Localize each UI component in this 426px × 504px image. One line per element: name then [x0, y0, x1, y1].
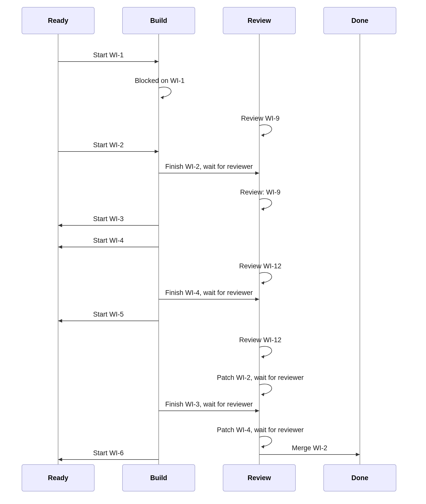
message-label: Review WI-9 [241, 115, 279, 122]
svg-marker-4 [261, 355, 264, 359]
svg-marker-0 [161, 96, 164, 99]
message-label: Start WI-6 [93, 449, 124, 457]
message-label: Blocked on WI-1 [135, 77, 185, 85]
arrowhead-left-icon [58, 224, 62, 227]
svg-marker-5 [261, 393, 264, 396]
arrowhead-right-icon [255, 409, 259, 413]
message-label: Start WI-1 [93, 51, 124, 59]
lifeline-done [360, 34, 360, 464]
participant-done: Done [323, 7, 396, 34]
message-line [58, 321, 159, 321]
arrowhead-right-icon [255, 171, 259, 175]
arrowhead-right-icon [155, 150, 159, 153]
message-line [58, 151, 159, 152]
self-loop-icon [258, 345, 277, 360]
arrowhead-left-icon [58, 245, 62, 249]
message-label: Merge WI-2 [292, 444, 327, 452]
message-label: Patch WI-4, wait for reviewer [217, 426, 304, 434]
arrowhead-right-icon [255, 297, 259, 301]
arrowhead-left-icon [58, 458, 62, 461]
participant-review: Review [223, 7, 296, 34]
self-loop-icon [258, 123, 277, 138]
participant-review: Review [223, 464, 296, 491]
participant-ready: Ready [22, 464, 95, 491]
message-label: Start WI-4 [93, 237, 124, 244]
self-loop-icon [258, 382, 277, 397]
message-label: Start WI-2 [93, 141, 124, 149]
message-line [58, 247, 159, 247]
svg-marker-3 [261, 281, 264, 285]
message-line [259, 454, 360, 455]
message-line [159, 411, 259, 411]
message-label: Finish WI-3, wait for reviewer [165, 400, 253, 408]
svg-marker-1 [261, 133, 264, 137]
self-loop-icon [157, 85, 177, 100]
message-line [58, 225, 159, 226]
lifeline-ready [58, 34, 58, 464]
message-label: Patch WI-2, wait for reviewer [217, 374, 304, 382]
self-loop-icon [258, 435, 277, 450]
message-label: Review WI-12 [239, 336, 281, 344]
message-label: Finish WI-2, wait for reviewer [165, 163, 253, 171]
participant-build: Build [122, 464, 195, 491]
self-loop-icon [258, 197, 277, 212]
sequence-diagram: ReadyBuildReviewDoneReadyBuildReviewDone… [0, 0, 426, 504]
message-line [58, 61, 159, 62]
message-label: Finish WI-4, wait for reviewer [165, 289, 253, 297]
self-loop-icon [258, 271, 277, 286]
message-label: Start WI-3 [93, 215, 124, 223]
message-label: Review WI-12 [239, 262, 281, 270]
message-label: Review: WI-9 [240, 188, 281, 196]
message-line [159, 299, 259, 299]
message-line [58, 459, 159, 460]
arrowhead-right-icon [155, 60, 159, 63]
message-line [159, 173, 259, 173]
participant-ready: Ready [22, 7, 95, 34]
participant-done: Done [323, 464, 396, 491]
arrowhead-right-icon [356, 453, 360, 456]
lifeline-review [259, 34, 260, 464]
message-label: Start WI-5 [93, 311, 124, 318]
participant-build: Build [122, 7, 195, 34]
arrowhead-left-icon [58, 319, 62, 323]
svg-marker-2 [261, 207, 264, 211]
svg-marker-6 [261, 445, 264, 448]
